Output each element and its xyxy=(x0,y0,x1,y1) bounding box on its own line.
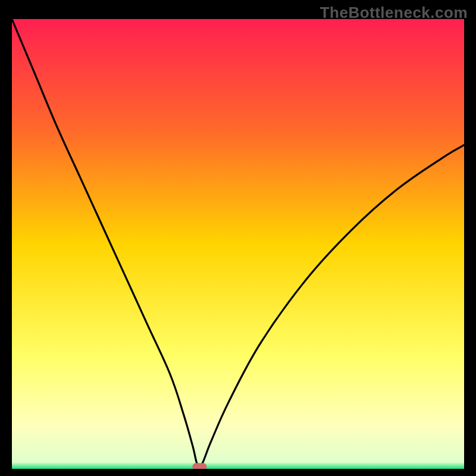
chart-container: TheBottleneck.com xyxy=(0,0,476,476)
plot-area xyxy=(12,19,464,469)
minimum-marker xyxy=(192,463,206,469)
watermark-text: TheBottleneck.com xyxy=(320,4,468,22)
chart-svg xyxy=(12,19,464,469)
gradient-background xyxy=(12,19,464,469)
